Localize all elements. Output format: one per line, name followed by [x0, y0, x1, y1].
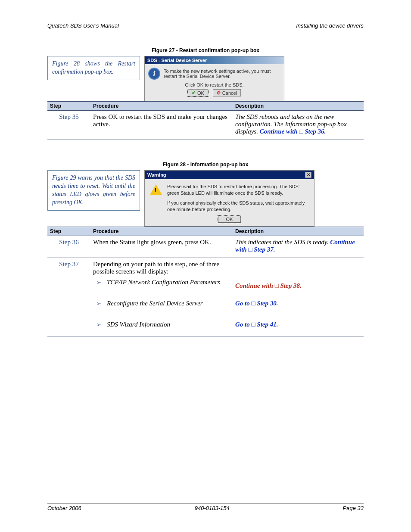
- opt-tcpip: TCP/IP Network Configuration Parameters: [101, 279, 230, 286]
- figure-27-caption: Figure 27 - Restart confirmation pop-up …: [47, 47, 364, 53]
- step-35-desc: The SDS reboots and takes on the new con…: [233, 111, 364, 140]
- step-37: Step 37: [50, 261, 88, 268]
- link-step-38[interactable]: Continue with □ Step 38.: [235, 282, 302, 289]
- th-proc: Procedure: [90, 102, 233, 111]
- step-36-desc: This indicates that the SDS is ready. Co…: [233, 236, 364, 258]
- warning-p1: Please wait for the SDS to restart befor…: [167, 184, 309, 196]
- th-step: Step: [47, 102, 90, 111]
- page-footer: October 2006 940-0183-154 Page 33: [47, 504, 364, 511]
- warning-icon: [150, 184, 162, 195]
- page-header: Quatech SDS User's Manual Installing the…: [47, 22, 364, 30]
- step-35: Step 35: [50, 113, 88, 121]
- step-36-proc: When the Status light glows green, press…: [90, 236, 233, 258]
- info-icon: i: [148, 68, 160, 80]
- steps-table-1: Step Procedure Description Step 35 Press…: [47, 101, 364, 140]
- th-proc: Procedure: [90, 227, 233, 236]
- figure-28-caption: Figure 28 - Information pop-up box: [47, 162, 364, 168]
- figure-28-callout: Figure 29 warns you that the SDS needs t…: [47, 170, 140, 211]
- close-icon[interactable]: ✕: [305, 172, 311, 178]
- header-right: Installing the device drivers: [296, 22, 364, 29]
- th-desc: Description: [233, 102, 364, 111]
- link-step-30[interactable]: Go to □ Step 30.: [235, 300, 278, 307]
- step-37-proc: Depending on your path to this step, one…: [90, 258, 233, 294]
- footer-center: 940-0183-154: [195, 505, 230, 511]
- footer-right: Page 33: [343, 505, 364, 511]
- warning-p2: If you cannot physically check the SDS s…: [167, 200, 309, 213]
- restart-dialog-sub: Click OK to restart the SDS.: [148, 82, 280, 87]
- link-step-36[interactable]: Continue with □ Step 36.: [260, 128, 326, 135]
- link-step-41[interactable]: Go to □ Step 41.: [235, 321, 278, 328]
- warning-dialog: Warning ✕ Please wait for the SDS to res…: [144, 170, 314, 227]
- restart-dialog: SDS - Serial Device Server i To make the…: [144, 56, 284, 101]
- restart-dialog-message: To make the new network settings active,…: [164, 68, 280, 79]
- th-desc: Description: [233, 227, 364, 236]
- steps-table-2: Step Procedure Description Step 36 When …: [47, 227, 364, 336]
- step-35-proc: Press OK to restart the SDS and make you…: [90, 111, 233, 140]
- step-36: Step 36: [50, 239, 88, 246]
- header-left: Quatech SDS User's Manual: [47, 22, 119, 29]
- cancel-icon: ⊘: [217, 90, 221, 96]
- warning-dialog-title: Warning: [147, 172, 166, 177]
- restart-dialog-title: SDS - Serial Device Server: [145, 56, 284, 64]
- opt-tcpip-link-cell: Continue with □ Step 38.: [233, 258, 364, 294]
- th-step: Step: [47, 227, 90, 236]
- opt-wizard: SDS Wizard Information: [101, 321, 230, 328]
- cancel-button[interactable]: ⊘Cancel: [213, 89, 241, 96]
- figure-27-callout: Figure 28 shows the Restart confirmation…: [47, 56, 140, 80]
- footer-left: October 2006: [47, 505, 81, 511]
- check-icon: ✔: [192, 90, 196, 96]
- opt-reconfigure: Reconfigure the Serial Device Server: [101, 300, 230, 307]
- warning-ok-button[interactable]: OK: [218, 216, 241, 223]
- ok-button[interactable]: ✔OK: [188, 89, 208, 96]
